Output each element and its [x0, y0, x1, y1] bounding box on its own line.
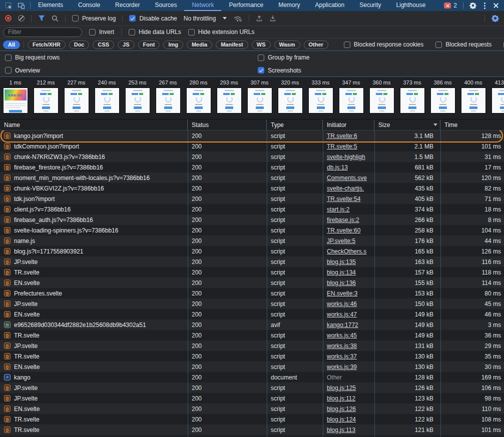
- screenshot-thumbnail[interactable]: [65, 88, 89, 113]
- clear-network-log-icon[interactable]: [18, 15, 25, 22]
- close-devtools-icon[interactable]: [493, 2, 499, 8]
- request-name-cell[interactable]: JP.svelte: [0, 300, 188, 308]
- table-row[interactable]: firebase_auth.js?v=7386bb16200scriptfire…: [0, 214, 504, 225]
- initiator-link[interactable]: start.js:2: [327, 206, 349, 213]
- initiator-link[interactable]: EN.svelte:3: [327, 290, 357, 297]
- filmstrip-frame[interactable]: 240 ms: [92, 77, 122, 119]
- error-count-badge[interactable]: 2: [444, 2, 457, 9]
- network-settings-gear-icon[interactable]: [491, 14, 499, 22]
- screenshot-thumbnail[interactable]: [400, 88, 424, 113]
- request-name-cell[interactable]: moment_min_moment-with-locales.js?v=7386…: [0, 174, 188, 182]
- filmstrip-frame[interactable]: 253 ms: [122, 77, 153, 119]
- initiator-link[interactable]: blog.js:136: [327, 280, 356, 286]
- export-har-icon[interactable]: [269, 15, 276, 22]
- invert-checkbox[interactable]: Invert: [89, 28, 114, 36]
- initiator-link[interactable]: JP.svelte:5: [327, 238, 355, 244]
- screenshot-thumbnail[interactable]: [95, 88, 119, 113]
- request-name-cell[interactable]: JP.svelte: [0, 384, 188, 392]
- initiator-link[interactable]: TR.svelte:6: [327, 132, 357, 140]
- tab-console[interactable]: Console: [71, 0, 108, 11]
- request-name-cell[interactable]: name.js: [0, 238, 188, 244]
- hide-extension-urls-checkbox[interactable]: Hide extension URLs: [188, 28, 255, 36]
- disable-cache-checkbox[interactable]: Disable cache: [129, 15, 177, 22]
- type-filter-other[interactable]: Other: [304, 40, 328, 49]
- table-row[interactable]: Prefectures.svelte200scriptEN.svelte:315…: [0, 288, 504, 298]
- initiator-link[interactable]: works.js:45: [327, 332, 357, 339]
- filmstrip-frame[interactable]: 333 ms: [305, 77, 336, 119]
- initiator-link[interactable]: blog.js:135: [327, 258, 356, 266]
- request-name-cell[interactable]: tdkCommon.json?import: [0, 143, 188, 150]
- inspect-element-icon[interactable]: [5, 2, 13, 10]
- screenshot-thumbnail[interactable]: [217, 88, 241, 113]
- request-name-cell[interactable]: TR.svelte: [0, 426, 188, 434]
- screenshot-thumbnail[interactable]: [34, 88, 58, 113]
- request-name-cell[interactable]: kango.json?import: [0, 132, 188, 140]
- filmstrip-frame[interactable]: 360 ms: [366, 77, 397, 119]
- table-row[interactable]: TR.svelte200scriptworks.js:45149 kB36 ms: [0, 330, 504, 340]
- filter-funnel-icon[interactable]: [38, 15, 45, 22]
- request-name-cell[interactable]: firebase_auth.js?v=7386bb16: [0, 216, 188, 224]
- initiator-link[interactable]: works.js:47: [327, 311, 357, 318]
- table-row[interactable]: JP.svelte200scriptblog.js:112123 kB98 ms: [0, 393, 504, 404]
- initiator-link[interactable]: TR.svelte:60: [327, 227, 360, 234]
- type-filter-fetch-xhr[interactable]: Fetch/XHR: [28, 40, 66, 49]
- screenshot-thumbnail[interactable]: [370, 88, 394, 113]
- request-name-cell[interactable]: EN.svelte: [0, 406, 188, 412]
- filmstrip-frame[interactable]: 280 ms: [183, 77, 214, 119]
- column-header-type[interactable]: Type: [267, 120, 323, 130]
- request-name-cell[interactable]: JP.svelte: [0, 342, 188, 350]
- preserve-log-checkbox[interactable]: Preserve log: [72, 15, 116, 22]
- column-header-time[interactable]: Time: [440, 120, 504, 130]
- filmstrip-frame[interactable]: 373 ms: [397, 77, 427, 119]
- tab-memory[interactable]: Memory: [271, 0, 307, 11]
- column-header-initiator[interactable]: Initiator: [323, 120, 374, 130]
- table-row[interactable]: EN.svelte200scriptblog.js:136155 kB114 m…: [0, 278, 504, 288]
- initiator-link[interactable]: works.js:46: [327, 300, 357, 308]
- filmstrip-frame[interactable]: 400 ms: [458, 77, 488, 119]
- initiator-link[interactable]: kango:1772: [327, 322, 358, 328]
- table-row[interactable]: svelte-loading-spinners.js?v=7386bb16200…: [0, 225, 504, 236]
- type-filter-ws[interactable]: WS: [252, 40, 271, 49]
- tab-lighthouse[interactable]: Lighthouse: [389, 0, 433, 11]
- table-row[interactable]: JP.svelte200scriptblog.js:135163 kB116 m…: [0, 256, 504, 267]
- request-name-cell[interactable]: e9652689d030344df2882e1b25608db9b4302a51: [0, 322, 188, 328]
- request-name-cell[interactable]: EN.svelte: [0, 280, 188, 286]
- table-row[interactable]: kango.json?import200scriptTR.svelte:63.1…: [0, 130, 504, 141]
- screenshot-thumbnail[interactable]: [339, 88, 363, 113]
- column-header-status[interactable]: Status: [188, 120, 267, 130]
- type-filter-doc[interactable]: Doc: [69, 40, 90, 49]
- initiator-link[interactable]: CheckOthers.s: [327, 248, 366, 255]
- filter-input[interactable]: [3, 28, 82, 37]
- tab-elements[interactable]: Elements: [31, 0, 71, 11]
- request-name-cell[interactable]: JP.svelte: [0, 395, 188, 402]
- search-icon[interactable]: [52, 15, 59, 22]
- initiator-link[interactable]: blog.js:113: [327, 426, 355, 434]
- import-har-icon[interactable]: [256, 15, 263, 22]
- tab-security[interactable]: Security: [352, 0, 388, 11]
- filmstrip-frame[interactable]: 320 ms: [275, 77, 305, 119]
- request-name-cell[interactable]: EN.svelte: [0, 311, 188, 318]
- screenshot-thumbnail[interactable]: [309, 88, 333, 113]
- initiator-link[interactable]: svelte-chartjs.: [327, 185, 364, 192]
- table-row[interactable]: TR.svelte200scriptblog.js:134157 kB118 m…: [0, 267, 504, 278]
- table-row[interactable]: JP.svelte200scriptblog.js:125126 kB106 m…: [0, 382, 504, 393]
- screenshot-thumbnail[interactable]: KAN GO: [4, 88, 28, 113]
- table-row[interactable]: blog.js?t=1717558903921200scriptCheckOth…: [0, 246, 504, 256]
- request-name-cell[interactable]: Prefectures.svelte: [0, 290, 188, 297]
- tab-recorder[interactable]: Recorder: [108, 0, 147, 11]
- request-name-cell[interactable]: EN.svelte: [0, 364, 188, 370]
- type-filter-css[interactable]: CSS: [93, 40, 114, 49]
- request-name-cell[interactable]: TR.svelte: [0, 269, 188, 276]
- initiator-link[interactable]: works.js:39: [327, 364, 357, 370]
- table-row[interactable]: EN.svelte200scriptblog.js:126122 kB110 m…: [0, 404, 504, 414]
- table-row[interactable]: moment_min_moment-with-locales.js?v=7386…: [0, 172, 504, 183]
- request-name-cell[interactable]: firebase_firestore.js?v=7386bb16: [0, 164, 188, 171]
- type-filter-js[interactable]: JS: [118, 40, 134, 49]
- initiator-link[interactable]: works.js:37: [327, 353, 357, 360]
- filmstrip-frame[interactable]: 347 ms: [336, 77, 366, 119]
- screenshot-thumbnail[interactable]: [156, 88, 180, 113]
- filmstrip-frame[interactable]: 293 ms: [214, 77, 244, 119]
- initiator-link[interactable]: works.js:38: [327, 342, 357, 350]
- column-header-size[interactable]: Size: [374, 120, 440, 130]
- column-header-name[interactable]: Name: [0, 120, 188, 130]
